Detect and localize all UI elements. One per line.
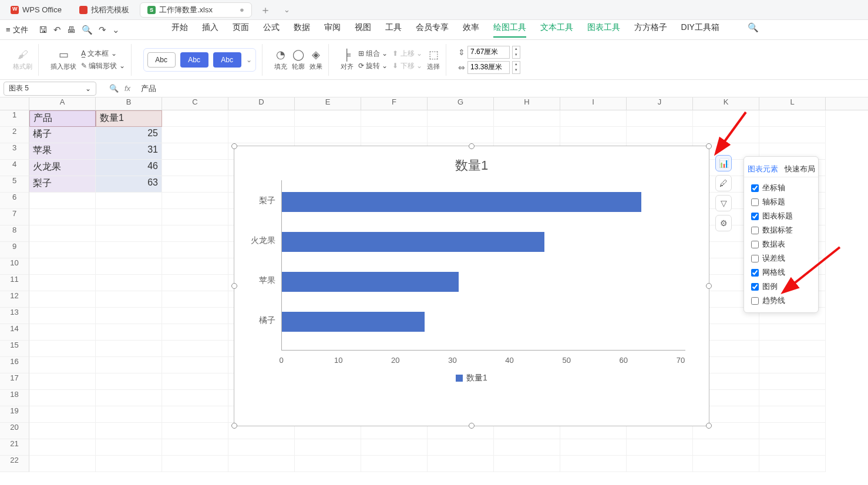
- cell[interactable]: 橘子: [29, 127, 96, 143]
- cell[interactable]: [162, 143, 228, 160]
- chart-styles-button[interactable]: 🖊: [715, 175, 732, 191]
- cell[interactable]: [162, 439, 228, 456]
- row-header[interactable]: 19: [0, 406, 29, 423]
- cell[interactable]: [560, 110, 627, 127]
- edit-shape-button[interactable]: ✎ 编辑形状 ⌄: [81, 61, 125, 71]
- menu-page[interactable]: 页面: [233, 22, 249, 38]
- row-header[interactable]: 20: [0, 423, 29, 439]
- redo-icon[interactable]: ↷: [99, 25, 106, 35]
- menu-review[interactable]: 审阅: [324, 22, 341, 38]
- cell[interactable]: [29, 357, 96, 373]
- cell[interactable]: [759, 373, 826, 390]
- width-input[interactable]: ⇔▴▾: [458, 61, 520, 74]
- cell[interactable]: [228, 456, 295, 472]
- row-header[interactable]: 2: [0, 127, 29, 143]
- col-header[interactable]: L: [759, 97, 826, 110]
- cell[interactable]: [759, 110, 826, 127]
- popup-tab-elements[interactable]: 图表元素: [744, 161, 781, 177]
- chart-plot-area[interactable]: 梨子火龙果苹果橘子010203040506070: [281, 180, 685, 368]
- row-header[interactable]: 4: [0, 160, 29, 176]
- cell[interactable]: [428, 127, 494, 143]
- effect-button[interactable]: ◈效果: [309, 48, 322, 71]
- col-header[interactable]: D: [228, 97, 295, 110]
- tab-menu-button[interactable]: ⌄: [279, 5, 295, 14]
- menu-efficiency[interactable]: 效率: [463, 22, 479, 38]
- name-box[interactable]: 图表 5⌄: [4, 82, 96, 96]
- shape-style-gallery[interactable]: Abc Abc Abc ⌄: [143, 48, 256, 72]
- col-header[interactable]: K: [693, 97, 759, 110]
- col-header[interactable]: G: [428, 97, 494, 110]
- cell[interactable]: [162, 275, 228, 291]
- cell[interactable]: [295, 456, 361, 472]
- chart-element-option[interactable]: 坐标轴: [744, 181, 818, 195]
- spreadsheet-grid[interactable]: A B C D E F G H I J K L 1产品数量12橘子253苹果31…: [0, 97, 868, 485]
- cell[interactable]: [96, 357, 162, 373]
- cell[interactable]: [96, 291, 162, 308]
- menu-view[interactable]: 视图: [355, 22, 371, 38]
- row-header[interactable]: 22: [0, 456, 29, 472]
- cell[interactable]: [295, 127, 361, 143]
- cell[interactable]: 火龙果: [29, 160, 96, 176]
- cell[interactable]: 31: [96, 143, 162, 160]
- cell[interactable]: [29, 209, 96, 225]
- cell[interactable]: [96, 341, 162, 357]
- cell[interactable]: [693, 127, 759, 143]
- cell[interactable]: [96, 406, 162, 423]
- cell[interactable]: [162, 456, 228, 472]
- chart-element-option[interactable]: 数据标签: [744, 223, 818, 237]
- cell[interactable]: [96, 373, 162, 390]
- cell[interactable]: [228, 110, 295, 127]
- cell[interactable]: [560, 456, 627, 472]
- chart-bar[interactable]: [282, 192, 641, 212]
- row-header[interactable]: 5: [0, 176, 29, 193]
- cell[interactable]: [494, 127, 560, 143]
- group-button[interactable]: ⊞ 组合 ⌄: [358, 49, 388, 59]
- cell[interactable]: [162, 423, 228, 439]
- cell[interactable]: [96, 209, 162, 225]
- chart-bar[interactable]: [282, 232, 544, 252]
- search-icon[interactable]: 🔍: [748, 22, 759, 38]
- cell[interactable]: [428, 110, 494, 127]
- rotate-button[interactable]: ⟳ 旋转 ⌄: [358, 61, 388, 71]
- cell[interactable]: [162, 209, 228, 225]
- cell[interactable]: 数量1: [96, 110, 162, 127]
- row-header[interactable]: 18: [0, 390, 29, 406]
- cell[interactable]: [96, 258, 162, 275]
- row-header[interactable]: 17: [0, 373, 29, 390]
- col-header[interactable]: J: [627, 97, 693, 110]
- cell[interactable]: [162, 341, 228, 357]
- row-header[interactable]: 11: [0, 275, 29, 291]
- select-button[interactable]: ⬚选择: [427, 48, 440, 71]
- save-icon[interactable]: 🖫: [39, 25, 48, 35]
- zoom-icon[interactable]: 🔍: [109, 84, 119, 93]
- cell[interactable]: [428, 439, 494, 456]
- cell[interactable]: [96, 193, 162, 209]
- cell[interactable]: [162, 324, 228, 341]
- cell[interactable]: [560, 127, 627, 143]
- cell[interactable]: [29, 406, 96, 423]
- menu-insert[interactable]: 插入: [202, 22, 218, 38]
- col-header[interactable]: F: [361, 97, 428, 110]
- menu-tools[interactable]: 工具: [385, 22, 402, 38]
- cell[interactable]: [96, 439, 162, 456]
- cell[interactable]: [29, 193, 96, 209]
- style-preset-1[interactable]: Abc: [147, 52, 176, 68]
- cell[interactable]: [759, 127, 826, 143]
- row-header[interactable]: 9: [0, 242, 29, 258]
- row-header[interactable]: 14: [0, 324, 29, 341]
- cell[interactable]: [759, 357, 826, 373]
- menu-home[interactable]: 开始: [171, 22, 188, 38]
- cell[interactable]: [494, 110, 560, 127]
- cell[interactable]: [162, 373, 228, 390]
- cell[interactable]: [29, 258, 96, 275]
- cell[interactable]: 46: [96, 160, 162, 176]
- cell[interactable]: [627, 127, 693, 143]
- cell[interactable]: [162, 242, 228, 258]
- chart-title[interactable]: 数量1: [234, 146, 709, 180]
- col-header[interactable]: E: [295, 97, 361, 110]
- cell[interactable]: [428, 456, 494, 472]
- file-menu[interactable]: ≡文件: [0, 25, 34, 35]
- chart-object[interactable]: 数量1 梨子火龙果苹果橘子010203040506070 数量1: [234, 146, 709, 426]
- row-header[interactable]: 8: [0, 225, 29, 242]
- cell[interactable]: [96, 390, 162, 406]
